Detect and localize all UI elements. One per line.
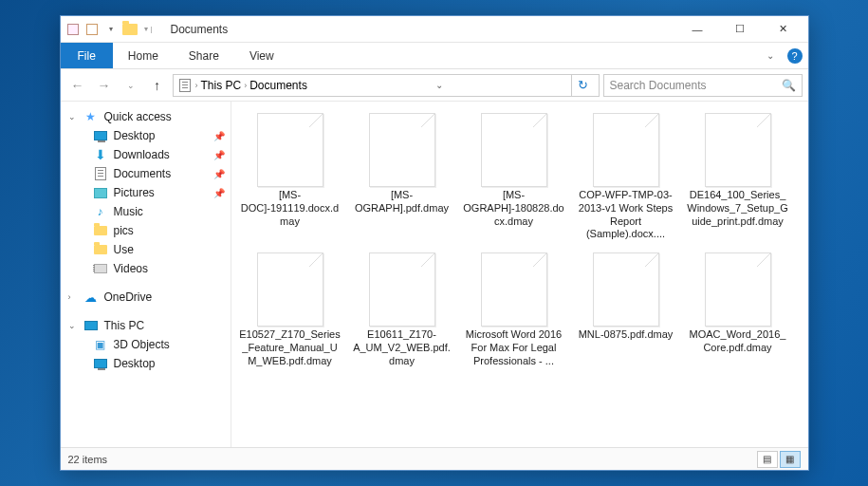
file-item[interactable]: E10611_Z170-A_UM_V2_WEB.pdf.dmay [349,249,455,371]
ribbon-expand-icon[interactable]: ⌄ [759,43,782,68]
desktop-icon [93,356,108,371]
desktop-icon [93,128,108,143]
sidebar-item-desktop[interactable]: Desktop [61,354,231,373]
chevron-right-icon[interactable]: › [244,81,247,90]
chevron-down-icon[interactable]: ⌄ [68,112,78,122]
sidebar-item-pics[interactable]: pics [61,221,231,240]
pc-icon [83,318,99,333]
sidebar-item-label: Use [114,243,134,256]
qat-separator-icon: ▾ | [140,21,157,38]
window-body: ⌄ ★ Quick access Desktop📌⬇Downloads📌Docu… [61,102,808,447]
refresh-button[interactable]: ↻ [571,74,594,97]
ribbon-tab-view[interactable]: View [234,43,289,68]
sidebar-item-label: 3D Objects [114,338,170,351]
help-icon: ? [787,48,803,64]
file-tab[interactable]: File [61,43,113,68]
help-button[interactable]: ? [782,43,808,68]
navigation-bar: ← → ⌄ ↑ › This PC › Documents ⌄ ↻ Search… [61,69,808,102]
file-grid: [MS-DOC]-191119.docx.dmay[MS-OGRAPH].pdf… [237,109,803,371]
sidebar-item-videos[interactable]: Videos [61,259,231,278]
sidebar-item-desktop[interactable]: Desktop📌 [61,126,231,145]
quick-access-label: Quick access [104,110,172,123]
item-count: 22 items [68,454,108,465]
sidebar-item-pictures[interactable]: Pictures📌 [61,183,231,202]
file-item[interactable]: [MS-DOC]-191119.docx.dmay [237,109,343,245]
music-icon: ♪ [93,204,108,219]
sidebar-item-label: Documents [114,167,172,180]
recent-dropdown-icon[interactable]: ⌄ [120,74,142,97]
maximize-button[interactable]: ☐ [719,16,762,43]
pin-icon: 📌 [213,169,225,179]
sidebar-quick-access[interactable]: ⌄ ★ Quick access [61,107,231,126]
file-thumbnail-icon [481,113,547,187]
file-item[interactable]: MNL-0875.pdf.dmay [573,249,679,371]
file-item[interactable]: E10527_Z170_Series_Feature_Manual_UM_WEB… [237,249,343,371]
sidebar-item-label: Desktop [114,357,156,370]
view-toggle: ▤ ▦ [757,451,801,468]
pin-icon: 📌 [213,188,225,198]
file-thumbnail-icon [705,113,771,187]
file-name-label: [MS-DOC]-191119.docx.dmay [239,189,342,228]
file-item[interactable]: COP-WFP-TMP-03-2013-v1 Work Steps Report… [573,109,679,245]
file-name-label: Microsoft Word 2016 For Max For Legal Pr… [463,328,565,367]
file-item[interactable]: [MS-OGRAPH].pdf.dmay [349,109,455,245]
sidebar-item-use[interactable]: Use [61,240,231,259]
doc-icon [93,166,108,181]
ribbon-tab-home[interactable]: Home [113,43,174,68]
breadcrumb-folder-icon [177,78,193,93]
this-pc-label: This PC [104,319,145,332]
chevron-right-icon[interactable]: › [68,292,78,302]
file-item[interactable]: DE164_100_Series_Windows_7_Setup_Guide_p… [685,109,791,245]
sidebar-item-downloads[interactable]: ⬇Downloads📌 [61,145,231,164]
file-name-label: [MS-OGRAPH].pdf.dmay [351,189,453,215]
sidebar-item-label: Desktop [114,129,156,142]
explorer-window: ▾ ▾ | Documents — ☐ ✕ File Home Share Vi… [60,15,809,471]
qat-newfolder-icon[interactable] [83,21,101,38]
minimize-button[interactable]: — [676,16,719,43]
folder-icon [93,242,108,257]
large-icons-view-button[interactable]: ▦ [780,451,801,468]
sidebar-item-music[interactable]: ♪Music [61,202,231,221]
sidebar-this-pc[interactable]: ⌄ This PC [61,316,231,335]
file-thumbnail-icon [257,113,323,187]
status-bar: 22 items ▤ ▦ [61,447,808,470]
navigation-pane[interactable]: ⌄ ★ Quick access Desktop📌⬇Downloads📌Docu… [61,102,231,447]
sidebar-item-label: Music [114,205,143,218]
breadcrumb-root[interactable]: This PC [201,79,242,92]
qat-properties-icon[interactable] [65,21,82,38]
breadcrumb-current[interactable]: Documents [249,79,307,92]
sidebar-onedrive[interactable]: › ☁ OneDrive [61,288,231,307]
forward-button[interactable]: → [93,74,116,97]
file-thumbnail-icon [705,252,771,327]
details-view-button[interactable]: ▤ [757,451,778,468]
breadcrumb[interactable]: › This PC › Documents ⌄ ↻ [173,74,600,97]
downloads-icon: ⬇ [93,147,108,162]
file-list-pane[interactable]: [MS-DOC]-191119.docx.dmay[MS-OGRAPH].pdf… [231,102,808,447]
file-name-label: MOAC_Word_2016_Core.pdf.dmay [687,328,789,355]
breadcrumb-dropdown-icon[interactable]: ⌄ [428,74,451,97]
chevron-down-icon[interactable]: ⌄ [68,321,78,330]
sidebar-item-label: Downloads [114,148,170,161]
back-button[interactable]: ← [66,74,89,97]
file-name-label: E10611_Z170-A_UM_V2_WEB.pdf.dmay [351,328,453,367]
quick-access-toolbar: ▾ ▾ | [65,21,157,38]
search-icon: 🔍 [782,79,796,92]
sidebar-item-documents[interactable]: Documents📌 [61,164,231,183]
file-item[interactable]: [MS-OGRAPH]-180828.docx.dmay [461,109,567,245]
ribbon-tab-share[interactable]: Share [174,43,234,68]
file-thumbnail-icon [257,252,323,327]
search-input[interactable]: Search Documents 🔍 [603,74,803,97]
3d-icon: ▣ [93,337,108,352]
picture-icon [93,185,108,200]
onedrive-label: OneDrive [104,290,153,304]
chevron-right-icon[interactable]: › [195,81,198,90]
close-button[interactable]: ✕ [762,16,804,43]
file-item[interactable]: MOAC_Word_2016_Core.pdf.dmay [685,249,791,371]
sidebar-item-3d-objects[interactable]: ▣3D Objects [61,335,231,354]
up-button[interactable]: ↑ [146,74,169,97]
file-name-label: DE164_100_Series_Windows_7_Setup_Guide_p… [687,189,789,228]
folder-icon [121,21,139,38]
file-item[interactable]: Microsoft Word 2016 For Max For Legal Pr… [461,249,567,371]
file-thumbnail-icon [593,252,659,327]
qat-dropdown-icon[interactable]: ▾ [102,21,120,38]
